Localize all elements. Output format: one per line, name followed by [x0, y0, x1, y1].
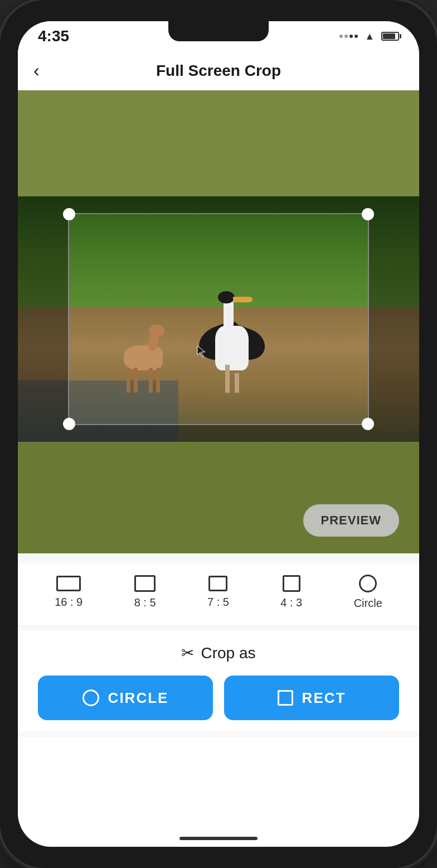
home-indicator: [179, 837, 258, 840]
signal-dot-1: [339, 35, 343, 38]
phone-screen: DEBUG 4:35 ▲ ‹ Full Screen Crop: [18, 21, 419, 847]
rect-btn-label: RECT: [302, 689, 346, 707]
crop-overlay[interactable]: [68, 213, 369, 425]
signal-dot-4: [355, 35, 358, 38]
preview-button[interactable]: PREVIEW: [303, 504, 399, 537]
ratio-icon-16-9: [56, 576, 81, 591]
page-title: Full Screen Crop: [156, 62, 281, 80]
circle-btn-label: CIRCLE: [108, 689, 169, 707]
back-button[interactable]: ‹: [33, 60, 40, 81]
status-icons: ▲: [339, 31, 399, 42]
bottom-panel: 16 : 9 8 : 5 7 : 5: [18, 553, 419, 737]
ratio-item-4-3[interactable]: 4 : 3: [274, 571, 309, 614]
handle-bottom-left[interactable]: [63, 418, 75, 430]
ratio-icon-4-3: [283, 575, 300, 592]
handle-bottom-right[interactable]: [362, 418, 374, 430]
scissors-icon: ✂: [181, 644, 194, 662]
scene: [18, 196, 419, 442]
header: ‹ Full Screen Crop: [18, 51, 419, 90]
circle-crop-button[interactable]: CIRCLE: [38, 676, 213, 720]
crop-as-section: ✂ Crop as CIRCLE RECT: [18, 630, 419, 731]
olive-top-area: [18, 90, 419, 196]
status-time: 4:35: [38, 27, 69, 45]
battery-icon: [381, 32, 399, 41]
ratio-icon-circle: [359, 575, 377, 592]
rect-square-wide-icon: [208, 576, 227, 591]
phone-frame: DEBUG 4:35 ▲ ‹ Full Screen Crop: [0, 0, 437, 868]
circle-ratio-icon: [359, 575, 377, 592]
crop-as-title: ✂ Crop as: [38, 644, 399, 662]
ratio-icon-8-5: [134, 575, 156, 592]
rect-btn-icon: [278, 690, 293, 706]
rect-crop-button[interactable]: RECT: [224, 676, 399, 720]
notch: [168, 21, 269, 41]
ratio-label-7-5: 7 : 5: [207, 596, 229, 609]
signal-dot-3: [349, 35, 353, 38]
rect-med-wide-icon: [134, 575, 156, 592]
handle-top-left[interactable]: [63, 208, 75, 220]
olive-bottom-area: PREVIEW: [18, 442, 419, 553]
ratio-label-16-9: 16 : 9: [55, 596, 82, 609]
circle-btn-icon: [82, 689, 99, 706]
ratio-item-16-9[interactable]: 16 : 9: [48, 571, 89, 613]
image-area[interactable]: [18, 196, 419, 442]
ratio-label-circle: Circle: [354, 597, 382, 610]
battery-fill: [383, 33, 395, 39]
signal-dots: [339, 35, 358, 38]
rect-wide-icon: [56, 576, 81, 591]
rect-square-icon: [283, 575, 300, 592]
handle-top-right[interactable]: [362, 208, 374, 220]
ratio-bar: 16 : 9 8 : 5 7 : 5: [18, 565, 419, 626]
ratio-icon-7-5: [208, 576, 227, 591]
crop-buttons: CIRCLE RECT: [38, 676, 399, 720]
ratio-label-8-5: 8 : 5: [134, 596, 156, 609]
wifi-icon: ▲: [365, 31, 375, 42]
ratio-item-8-5[interactable]: 8 : 5: [128, 571, 163, 614]
ratio-item-7-5[interactable]: 7 : 5: [201, 571, 236, 613]
signal-dot-2: [344, 35, 348, 38]
ratio-label-4-3: 4 : 3: [280, 596, 302, 609]
ratio-item-circle[interactable]: Circle: [347, 570, 389, 614]
crop-as-label: Crop as: [201, 644, 255, 662]
